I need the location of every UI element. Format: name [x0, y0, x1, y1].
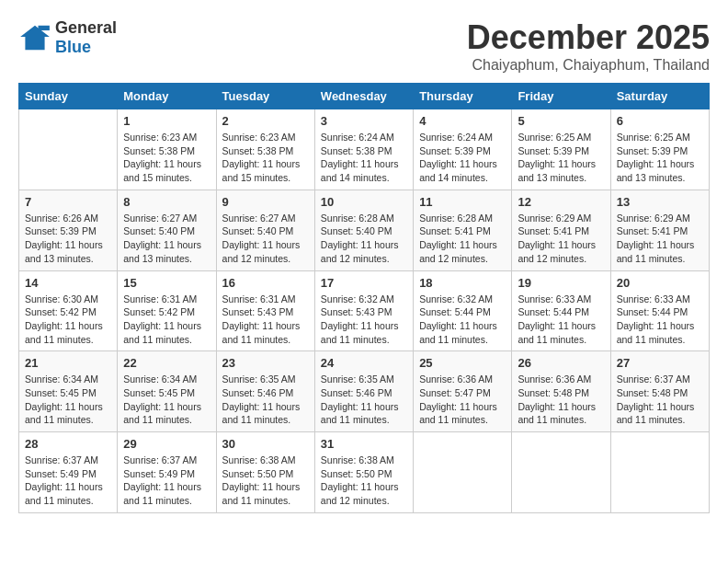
weekday-header: Tuesday	[216, 84, 314, 109]
calendar-cell: 20Sunrise: 6:33 AM Sunset: 5:44 PM Dayli…	[610, 270, 709, 351]
day-info: Sunrise: 6:25 AM Sunset: 5:39 PM Dayligh…	[518, 131, 604, 185]
day-number: 6	[617, 114, 703, 128]
day-info: Sunrise: 6:35 AM Sunset: 5:46 PM Dayligh…	[222, 373, 309, 427]
calendar-cell: 23Sunrise: 6:35 AM Sunset: 5:46 PM Dayli…	[216, 351, 314, 432]
day-info: Sunrise: 6:33 AM Sunset: 5:44 PM Dayligh…	[617, 293, 703, 347]
day-number: 3	[321, 114, 407, 128]
weekday-header: Wednesday	[314, 84, 413, 109]
weekday-header: Friday	[512, 84, 610, 109]
day-number: 31	[321, 437, 407, 451]
day-number: 23	[222, 356, 309, 370]
calendar-cell: 2Sunrise: 6:23 AM Sunset: 5:38 PM Daylig…	[216, 109, 314, 190]
day-info: Sunrise: 6:27 AM Sunset: 5:40 PM Dayligh…	[123, 212, 210, 266]
day-info: Sunrise: 6:35 AM Sunset: 5:46 PM Dayligh…	[321, 373, 407, 427]
calendar-cell: 27Sunrise: 6:37 AM Sunset: 5:48 PM Dayli…	[610, 351, 709, 432]
day-number: 14	[25, 276, 111, 290]
day-number: 25	[419, 356, 506, 370]
page-header: General Blue December 2025 Chaiyaphum, C…	[18, 18, 710, 74]
day-info: Sunrise: 6:31 AM Sunset: 5:42 PM Dayligh…	[123, 293, 210, 347]
day-info: Sunrise: 6:29 AM Sunset: 5:41 PM Dayligh…	[617, 212, 703, 266]
calendar-cell: 14Sunrise: 6:30 AM Sunset: 5:42 PM Dayli…	[19, 270, 118, 351]
day-number: 26	[518, 356, 604, 370]
calendar-week-row: 1Sunrise: 6:23 AM Sunset: 5:38 PM Daylig…	[19, 109, 710, 190]
day-info: Sunrise: 6:25 AM Sunset: 5:39 PM Dayligh…	[617, 131, 703, 185]
month-title: December 2025	[467, 18, 710, 57]
day-number: 2	[222, 114, 309, 128]
day-number: 7	[25, 195, 111, 209]
day-info: Sunrise: 6:32 AM Sunset: 5:43 PM Dayligh…	[321, 293, 407, 347]
calendar-cell: 8Sunrise: 6:27 AM Sunset: 5:40 PM Daylig…	[118, 190, 216, 270]
day-number: 12	[518, 195, 604, 209]
day-number: 9	[222, 195, 309, 209]
weekday-header: Saturday	[610, 84, 709, 109]
calendar-cell: 6Sunrise: 6:25 AM Sunset: 5:39 PM Daylig…	[610, 109, 709, 190]
calendar-cell: 9Sunrise: 6:27 AM Sunset: 5:40 PM Daylig…	[216, 190, 314, 270]
calendar-cell: 29Sunrise: 6:37 AM Sunset: 5:49 PM Dayli…	[118, 432, 216, 513]
day-info: Sunrise: 6:26 AM Sunset: 5:39 PM Dayligh…	[25, 212, 111, 266]
day-info: Sunrise: 6:23 AM Sunset: 5:38 PM Dayligh…	[123, 131, 210, 185]
day-info: Sunrise: 6:23 AM Sunset: 5:38 PM Dayligh…	[222, 131, 309, 185]
calendar-table: SundayMondayTuesdayWednesdayThursdayFrid…	[18, 83, 710, 513]
day-number: 22	[123, 356, 210, 370]
calendar-cell	[512, 432, 610, 513]
calendar-week-row: 21Sunrise: 6:34 AM Sunset: 5:45 PM Dayli…	[19, 351, 710, 432]
calendar-cell: 13Sunrise: 6:29 AM Sunset: 5:41 PM Dayli…	[610, 190, 709, 270]
calendar-cell: 28Sunrise: 6:37 AM Sunset: 5:49 PM Dayli…	[19, 432, 118, 513]
day-number: 8	[123, 195, 210, 209]
calendar-cell: 11Sunrise: 6:28 AM Sunset: 5:41 PM Dayli…	[414, 190, 512, 270]
calendar-cell: 24Sunrise: 6:35 AM Sunset: 5:46 PM Dayli…	[314, 351, 413, 432]
day-info: Sunrise: 6:37 AM Sunset: 5:48 PM Dayligh…	[617, 373, 703, 427]
day-number: 11	[419, 195, 506, 209]
day-number: 18	[419, 276, 506, 290]
calendar-cell: 5Sunrise: 6:25 AM Sunset: 5:39 PM Daylig…	[512, 109, 610, 190]
calendar-cell: 12Sunrise: 6:29 AM Sunset: 5:41 PM Dayli…	[512, 190, 610, 270]
weekday-header: Thursday	[414, 84, 512, 109]
weekday-header: Sunday	[19, 84, 118, 109]
day-info: Sunrise: 6:34 AM Sunset: 5:45 PM Dayligh…	[123, 373, 210, 427]
calendar-cell: 3Sunrise: 6:24 AM Sunset: 5:38 PM Daylig…	[314, 109, 413, 190]
day-number: 28	[25, 437, 111, 451]
day-number: 10	[321, 195, 407, 209]
day-info: Sunrise: 6:31 AM Sunset: 5:43 PM Dayligh…	[222, 293, 309, 347]
day-info: Sunrise: 6:28 AM Sunset: 5:41 PM Dayligh…	[419, 212, 506, 266]
day-info: Sunrise: 6:38 AM Sunset: 5:50 PM Dayligh…	[321, 454, 407, 508]
day-info: Sunrise: 6:36 AM Sunset: 5:47 PM Dayligh…	[419, 373, 506, 427]
day-number: 4	[419, 114, 506, 128]
calendar-cell: 19Sunrise: 6:33 AM Sunset: 5:44 PM Dayli…	[512, 270, 610, 351]
calendar-cell: 15Sunrise: 6:31 AM Sunset: 5:42 PM Dayli…	[118, 270, 216, 351]
day-info: Sunrise: 6:37 AM Sunset: 5:49 PM Dayligh…	[123, 454, 210, 508]
logo: General Blue	[18, 18, 117, 57]
day-number: 29	[123, 437, 210, 451]
day-info: Sunrise: 6:28 AM Sunset: 5:40 PM Dayligh…	[321, 212, 407, 266]
calendar-week-row: 14Sunrise: 6:30 AM Sunset: 5:42 PM Dayli…	[19, 270, 710, 351]
day-info: Sunrise: 6:32 AM Sunset: 5:44 PM Dayligh…	[419, 293, 506, 347]
calendar-cell: 21Sunrise: 6:34 AM Sunset: 5:45 PM Dayli…	[19, 351, 118, 432]
day-info: Sunrise: 6:33 AM Sunset: 5:44 PM Dayligh…	[518, 293, 604, 347]
logo-text: General Blue	[55, 18, 117, 57]
calendar-cell: 17Sunrise: 6:32 AM Sunset: 5:43 PM Dayli…	[314, 270, 413, 351]
day-info: Sunrise: 6:38 AM Sunset: 5:50 PM Dayligh…	[222, 454, 309, 508]
logo-icon	[18, 24, 51, 52]
day-info: Sunrise: 6:29 AM Sunset: 5:41 PM Dayligh…	[518, 212, 604, 266]
title-area: December 2025 Chaiyaphum, Chaiyaphum, Th…	[467, 18, 710, 74]
day-number: 19	[518, 276, 604, 290]
day-info: Sunrise: 6:24 AM Sunset: 5:39 PM Dayligh…	[419, 131, 506, 185]
day-number: 15	[123, 276, 210, 290]
day-number: 16	[222, 276, 309, 290]
weekday-header: Monday	[118, 84, 216, 109]
day-number: 20	[617, 276, 703, 290]
calendar-cell	[610, 432, 709, 513]
day-info: Sunrise: 6:36 AM Sunset: 5:48 PM Dayligh…	[518, 373, 604, 427]
day-info: Sunrise: 6:30 AM Sunset: 5:42 PM Dayligh…	[25, 293, 111, 347]
calendar-cell: 26Sunrise: 6:36 AM Sunset: 5:48 PM Dayli…	[512, 351, 610, 432]
day-number: 24	[321, 356, 407, 370]
day-number: 5	[518, 114, 604, 128]
day-number: 27	[617, 356, 703, 370]
calendar-week-row: 28Sunrise: 6:37 AM Sunset: 5:49 PM Dayli…	[19, 432, 710, 513]
calendar-cell: 22Sunrise: 6:34 AM Sunset: 5:45 PM Dayli…	[118, 351, 216, 432]
calendar-cell: 31Sunrise: 6:38 AM Sunset: 5:50 PM Dayli…	[314, 432, 413, 513]
calendar-cell: 7Sunrise: 6:26 AM Sunset: 5:39 PM Daylig…	[19, 190, 118, 270]
day-number: 17	[321, 276, 407, 290]
calendar-cell: 4Sunrise: 6:24 AM Sunset: 5:39 PM Daylig…	[414, 109, 512, 190]
calendar-cell	[19, 109, 118, 190]
